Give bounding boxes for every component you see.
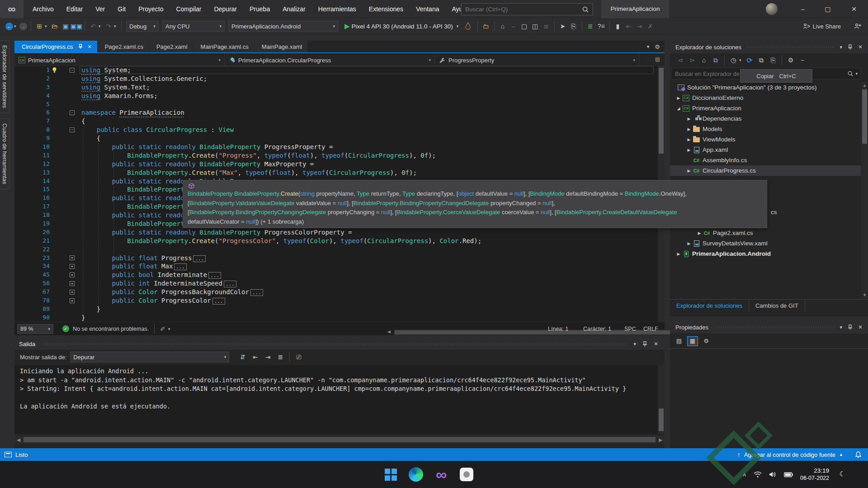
sort-alphabetical-icon[interactable]: ▤: [674, 336, 684, 346]
window-position-dropdown-icon[interactable]: ▾: [633, 341, 636, 347]
pending-changes-filter-icon[interactable]: ◷: [728, 55, 739, 66]
line-number[interactable]: 1: [31, 66, 50, 75]
frame-icon[interactable]: ▢: [519, 21, 529, 32]
chevron-down-icon[interactable]: ▾: [429, 58, 431, 62]
tree-item-soluci-n-primeraaplicacion-3-de-3-proyectos-[interactable]: Solución "PrimeraAplicacion" (3 de 3 pro…: [670, 82, 861, 93]
start-debugging-icon[interactable]: ▶: [344, 22, 350, 30]
output-source-combo[interactable]: Depurar▾: [70, 352, 229, 362]
document-tab[interactable]: Page2.xaml.cs: [98, 41, 149, 52]
code-text[interactable]: public static readonly BindableProperty …: [81, 143, 333, 151]
switch-views-icon[interactable]: ⧉: [710, 55, 721, 66]
tree-item-models[interactable]: ▶Models: [670, 124, 861, 134]
code-text[interactable]: public Color ProgressColor...: [81, 296, 225, 306]
code-text[interactable]: public class CircularProgress : View: [81, 126, 234, 134]
line-number[interactable]: 11: [31, 151, 50, 160]
scroll-left-icon[interactable]: ◀: [387, 329, 391, 334]
platform-combo[interactable]: Any CPU▾: [162, 21, 225, 32]
add-to-source-control-button[interactable]: Agregar al control de código fuente: [744, 451, 835, 458]
navigate-back-icon[interactable]: ←: [5, 23, 13, 30]
code-text[interactable]: public float Max...: [81, 262, 187, 272]
line-number[interactable]: 90: [31, 314, 50, 322]
maximize-button[interactable]: ▢: [817, 0, 838, 18]
code-text[interactable]: namespace PrimeraAplicacion: [81, 108, 184, 117]
menu-item-editar[interactable]: Editar: [60, 0, 90, 18]
indent-left-icon[interactable]: ⇤: [253, 353, 258, 361]
minimize-button[interactable]: –: [793, 0, 813, 18]
tray-chevron-up-icon[interactable]: ∧: [742, 471, 746, 478]
notifications-bell-icon[interactable]: [855, 451, 862, 458]
edge-browser-icon[interactable]: [408, 466, 424, 483]
document-tab[interactable]: MainPage.xaml.cs: [193, 41, 254, 52]
fold-expand-icon[interactable]: +: [70, 255, 75, 260]
menu-item-herramientas[interactable]: Herramientas: [312, 0, 363, 18]
line-number[interactable]: 4: [31, 92, 50, 100]
fold-expand-icon[interactable]: +: [70, 290, 75, 295]
fold-collapse-icon[interactable]: -: [70, 110, 75, 115]
navigate-back-dropdown-icon[interactable]: ▾: [14, 24, 19, 28]
property-pages-wrench-icon[interactable]: ⚙: [701, 336, 712, 346]
show-all-files-icon[interactable]: ⎘: [768, 55, 778, 66]
folder-search-icon[interactable]: 🗀: [481, 21, 491, 32]
panel-drag-handle[interactable]: [42, 343, 626, 345]
line-number[interactable]: 22: [31, 245, 50, 254]
categorized-icon[interactable]: ▦: [687, 336, 698, 346]
pointer-icon[interactable]: ➤: [558, 21, 568, 32]
tree-item-assemblyinfo-cs[interactable]: C#AssemblyInfo.cs: [670, 155, 861, 165]
menu-item-prueba[interactable]: Prueba: [243, 0, 276, 18]
back-icon[interactable]: ⊲: [675, 55, 686, 66]
tree-item-surveydetailsview-xaml[interactable]: ▶SurveyDetailsView.xaml: [670, 238, 861, 249]
open-folder-icon[interactable]: 🗁: [50, 21, 60, 32]
fold-collapse-icon[interactable]: -: [70, 127, 75, 132]
code-text[interactable]: BindableProperty.Create("Max", typeof(fl…: [81, 169, 417, 177]
code-text[interactable]: using System;: [81, 66, 131, 75]
code-text[interactable]: BindableProperty.Cr: [81, 185, 199, 194]
output-text-area[interactable]: Iniciando la aplicación Android ...> am …: [14, 365, 658, 434]
home-window-icon[interactable]: ⌂: [498, 21, 508, 32]
menu-item-git[interactable]: Git: [111, 0, 132, 18]
spaces-indicator[interactable]: SPC: [624, 322, 636, 336]
code-cleanup-dropdown-icon[interactable]: ▾: [168, 327, 173, 331]
app-icon[interactable]: [458, 466, 475, 483]
zoom-level-combo[interactable]: 89 %▾: [17, 324, 53, 334]
run-target-selector[interactable]: Pixel 4 API 30 (Android 11.0 - API 30)▾: [352, 23, 461, 30]
menu-item-ver[interactable]: Ver: [89, 0, 111, 18]
save-all-icon[interactable]: ▣▣: [71, 21, 81, 32]
line-number[interactable]: 16: [31, 194, 50, 202]
line-number[interactable]: 20: [31, 228, 50, 237]
line-number[interactable]: 14: [31, 177, 50, 186]
layout-columns-icon[interactable]: ◫: [530, 21, 540, 32]
line-number[interactable]: 10: [31, 143, 50, 151]
code-text[interactable]: using Xamarin.Forms;: [81, 92, 158, 100]
home-icon[interactable]: ⌂: [698, 55, 709, 66]
close-button[interactable]: ✕: [844, 0, 864, 18]
line-number[interactable]: 5: [31, 100, 50, 109]
new-project-dropdown-icon[interactable]: ▾: [45, 24, 49, 28]
taskbar-clock[interactable]: 23:19 06-07-2022: [800, 467, 829, 482]
start-button[interactable]: [382, 466, 399, 483]
tree-item-dependencias[interactable]: ▶Dependencias: [670, 113, 861, 124]
tree-item-primeraaplicacion[interactable]: ◢C#PrimeraAplicacion: [670, 103, 861, 113]
document-tab[interactable]: CircularProgress.cs✕: [14, 41, 97, 52]
menu-item-ventana[interactable]: Ventana: [410, 0, 445, 18]
code-text[interactable]: public bool Indeterminate...: [81, 271, 221, 280]
navigate-forward-icon[interactable]: →: [19, 23, 27, 30]
line-number[interactable]: 56: [31, 279, 50, 288]
line-number[interactable]: 15: [31, 185, 50, 194]
source-control-dropdown-icon[interactable]: ▲: [839, 452, 843, 457]
fold-expand-icon[interactable]: +: [70, 281, 75, 286]
chevron-down-icon[interactable]: ▾: [218, 58, 221, 62]
tree-item-primeraaplicacion-android[interactable]: ▶PrimeraAplicacion.Android: [670, 249, 861, 259]
menu-item-depurar[interactable]: Depurar: [208, 0, 243, 18]
scroll-up-icon[interactable]: ▲: [861, 82, 868, 89]
search-input[interactable]: [462, 6, 582, 13]
code-text[interactable]: {: [81, 117, 85, 126]
rail-tab-explorador[interactable]: Explorador de servidores: [0, 40, 9, 113]
package-icon[interactable]: ⧈: [541, 21, 551, 32]
line-number[interactable]: 7: [31, 117, 50, 126]
code-text[interactable]: BindableProperty.Create("Progress", type…: [81, 151, 436, 160]
tree-collapsed-icon[interactable]: ▶: [685, 148, 693, 152]
code-text[interactable]: public float Progress...: [81, 254, 206, 263]
redo-dropdown-icon[interactable]: ▾: [114, 24, 118, 28]
battery-icon[interactable]: [784, 472, 793, 477]
menu-item-compilar[interactable]: Compilar: [170, 0, 208, 18]
